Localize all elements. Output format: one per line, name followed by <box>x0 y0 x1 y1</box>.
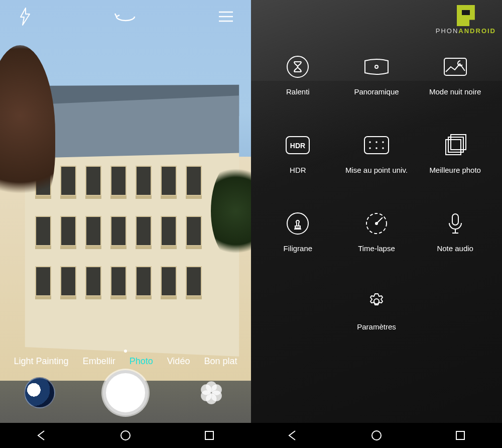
mode-parametres[interactable]: Paramètres <box>337 290 416 331</box>
svg-point-26 <box>287 213 308 234</box>
svg-point-8 <box>201 384 212 395</box>
camera-mode-grid: Ralenti Panoramique Mode nuit noire HDR … <box>251 55 502 331</box>
camera-mode-scroller[interactable]: Light Painting Embellir Photo Vidéo Bon … <box>0 356 251 367</box>
mode-filigrane[interactable]: Filigrane <box>259 212 337 253</box>
mode-bon-plat[interactable]: Bon plat <box>204 356 237 367</box>
mode-embellir[interactable]: Embellir <box>83 356 115 367</box>
svg-point-21 <box>375 147 378 149</box>
back-button[interactable] <box>32 425 52 445</box>
recents-button[interactable] <box>199 425 219 445</box>
android-navbar <box>251 423 502 448</box>
night-icon <box>444 55 467 78</box>
phonandroid-watermark: PHONANDROID <box>436 5 496 35</box>
svg-line-30 <box>376 217 383 223</box>
svg-rect-34 <box>456 431 464 439</box>
svg-text:HDR: HDR <box>290 142 305 150</box>
recents-button[interactable] <box>450 425 470 445</box>
mode-nuit-noire[interactable]: Mode nuit noire <box>416 55 494 96</box>
effects-button[interactable] <box>196 377 227 408</box>
svg-point-22 <box>382 147 384 149</box>
mode-light-painting[interactable]: Light Painting <box>14 356 69 367</box>
back-button[interactable] <box>283 425 303 445</box>
mode-ralenti[interactable]: Ralenti <box>259 55 337 96</box>
home-button[interactable] <box>115 425 136 445</box>
switch-camera-icon[interactable] <box>115 7 136 27</box>
svg-point-33 <box>372 431 381 440</box>
mode-indicator-dot <box>124 350 127 353</box>
camera-modes-screen: PHONANDROID Ralenti Panoramique Mode nui… <box>251 0 502 448</box>
android-navbar <box>0 423 251 448</box>
mode-meilleure-photo[interactable]: Meilleure photo <box>416 134 494 174</box>
svg-rect-31 <box>452 214 458 225</box>
hourglass-icon <box>286 55 309 78</box>
mic-icon <box>444 212 467 235</box>
focus-icon <box>365 134 388 157</box>
svg-point-20 <box>369 147 371 149</box>
camera-topbar <box>0 0 251 33</box>
home-button[interactable] <box>366 425 387 445</box>
svg-point-32 <box>374 299 379 304</box>
svg-point-19 <box>382 141 384 143</box>
gallery-thumbnail[interactable] <box>24 377 55 408</box>
mode-mise-au-point[interactable]: Mise au point univ. <box>337 134 416 174</box>
svg-rect-13 <box>444 58 466 75</box>
settings-icon <box>365 290 388 313</box>
svg-rect-10 <box>205 431 213 439</box>
mode-panoramique[interactable]: Panoramique <box>337 55 416 96</box>
svg-point-12 <box>375 65 378 68</box>
svg-point-9 <box>121 431 130 440</box>
shutter-button[interactable] <box>103 370 148 415</box>
hdr-icon: HDR <box>286 134 309 157</box>
mode-photo[interactable]: Photo <box>130 356 153 367</box>
panorama-icon <box>365 55 388 78</box>
camera-viewfinder-screen: Light Painting Embellir Photo Vidéo Bon … <box>0 0 251 448</box>
stamp-icon <box>286 212 309 235</box>
mode-video[interactable]: Vidéo <box>167 356 190 367</box>
best-photo-icon <box>444 134 467 157</box>
mode-hdr[interactable]: HDR HDR <box>259 134 337 174</box>
timelapse-icon <box>365 212 388 235</box>
svg-rect-16 <box>364 137 389 154</box>
mode-note-audio[interactable]: Note audio <box>416 212 494 253</box>
svg-point-18 <box>375 141 378 143</box>
mode-time-lapse[interactable]: Time-lapse <box>337 212 416 253</box>
flash-icon[interactable] <box>15 7 35 27</box>
camera-bottom-controls <box>0 368 251 418</box>
phonandroid-logo-icon <box>457 5 475 26</box>
menu-icon[interactable] <box>216 7 236 27</box>
svg-point-17 <box>369 141 371 143</box>
